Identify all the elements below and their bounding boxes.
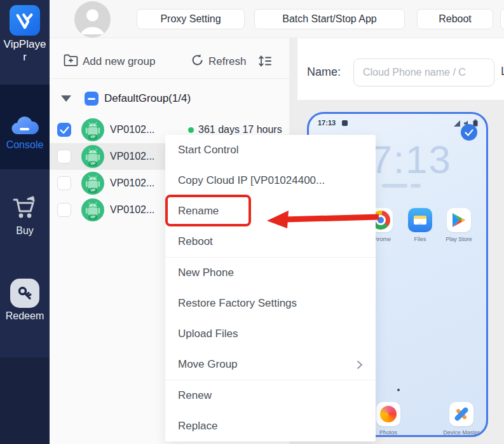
sidebar-item-buy-label[interactable]: Buy [0, 225, 50, 237]
device-master-app-icon[interactable] [449, 402, 473, 426]
page-indicator-dot [397, 389, 400, 391]
app-label: Play Store [437, 236, 481, 242]
cloud-phone-name-input[interactable] [353, 59, 494, 87]
android-avatar-icon: VP [81, 145, 104, 168]
menu-item-copy-cloud-ip[interactable]: Copy Cloud IP [VP01024400... [165, 165, 376, 196]
menu-item-replace[interactable]: Replace [165, 411, 376, 441]
context-menu: Start Control Copy Cloud IP [VP01024400.… [165, 135, 376, 441]
secondary-label-clipped: Lo [501, 65, 504, 78]
group-tree-row[interactable]: DefaultGroup(1/4) [50, 88, 289, 109]
files-app-icon[interactable] [408, 208, 432, 232]
menu-item-label: Renew [178, 389, 212, 402]
name-label: Name: [307, 66, 341, 79]
signal-icon [454, 120, 461, 127]
sort-list-icon[interactable] [258, 55, 272, 67]
search-bar: Name: Lo [297, 38, 504, 100]
device-name: VP0102... [110, 124, 188, 135]
menu-item-label: Replace [178, 420, 217, 433]
refresh-button[interactable]: Refresh [191, 53, 247, 70]
cloud-icon[interactable] [10, 116, 39, 140]
menu-item-label: Restore Factory Settings [178, 297, 297, 310]
menu-item-restore-factory-settings[interactable]: Restore Factory Settings [165, 288, 376, 319]
phone-date-text [382, 184, 407, 188]
menu-item-upload-files[interactable]: Upload Files [165, 319, 376, 349]
menu-item-renew[interactable]: Renew [165, 380, 376, 411]
sidebar-item-redeem-label[interactable]: Redeem [0, 310, 50, 322]
batch-start-stop-button[interactable]: Batch Start/Stop App [254, 9, 405, 29]
user-avatar[interactable] [74, 1, 111, 38]
phone-date-text [411, 184, 421, 188]
phone-status-time: 17:13 [318, 119, 336, 127]
topbar: Proxy Setting Batch Start/Stop App Reboo… [50, 0, 504, 38]
cart-icon[interactable] [11, 195, 39, 224]
svg-text:VP: VP [90, 162, 95, 165]
notification-icon [342, 120, 348, 126]
group-panel-header: Add new group Refresh [50, 38, 289, 79]
add-new-group-button[interactable]: Add new group [64, 53, 155, 69]
device-checkbox[interactable] [57, 176, 71, 190]
svg-text:VP: VP [90, 188, 95, 192]
menu-item-label: Copy Cloud IP [VP01024400... [178, 174, 325, 187]
partial-button[interactable] [500, 9, 504, 29]
menu-item-rename[interactable]: Rename [165, 196, 376, 226]
menu-item-start-control[interactable]: Start Control [165, 135, 376, 165]
collapse-triangle-icon[interactable] [61, 95, 71, 102]
menu-item-label: Rename [178, 205, 219, 218]
device-duration: 361 days 17 hours [198, 124, 282, 135]
minus-icon [88, 98, 95, 100]
menu-item-reboot[interactable]: Reboot [165, 226, 376, 257]
menu-item-label: Upload Files [178, 328, 238, 340]
key-icon[interactable] [10, 279, 39, 308]
sidebar-item-console-label[interactable]: Console [0, 139, 50, 151]
app-label: Device Master [439, 429, 484, 436]
android-avatar-icon: VP [81, 198, 104, 221]
menu-item-move-group[interactable]: Move Group [165, 349, 376, 380]
app-label: Files [398, 236, 442, 242]
chevron-right-icon [357, 360, 363, 370]
folder-plus-icon [64, 53, 78, 69]
app-window: VipPlayer Console Buy [0, 0, 504, 444]
refresh-icon [191, 53, 204, 70]
device-checkbox[interactable] [57, 203, 71, 217]
device-checkbox-checked[interactable] [57, 123, 71, 137]
add-new-group-label: Add new group [83, 55, 155, 68]
menu-item-label: Move Group [178, 358, 238, 371]
play-store-app-icon[interactable] [447, 208, 471, 232]
sidebar: VipPlayer Console Buy [0, 0, 50, 444]
android-avatar-icon: VP [81, 172, 104, 195]
proxy-setting-button[interactable]: Proxy Setting [137, 9, 245, 29]
photos-app-icon[interactable] [376, 402, 400, 426]
group-checkbox-indeterminate[interactable] [85, 92, 99, 106]
svg-text:VP: VP [90, 135, 95, 139]
reboot-button[interactable]: Reboot [417, 9, 493, 29]
sidebar-footer [0, 357, 50, 444]
vipplayer-logo-icon[interactable] [10, 5, 40, 36]
online-dot [188, 127, 194, 133]
menu-item-label: Reboot [178, 235, 213, 248]
android-avatar-icon: VP [81, 118, 104, 141]
app-title: VipPlayer [0, 38, 50, 64]
refresh-label: Refresh [208, 55, 247, 68]
group-name: DefaultGroup(1/4) [104, 92, 191, 105]
menu-item-label: New Phone [178, 267, 234, 279]
menu-item-new-phone[interactable]: New Phone [165, 258, 376, 288]
svg-text:VP: VP [90, 215, 95, 219]
menu-item-label: Start Control [178, 144, 238, 156]
device-checkbox[interactable] [57, 149, 71, 163]
